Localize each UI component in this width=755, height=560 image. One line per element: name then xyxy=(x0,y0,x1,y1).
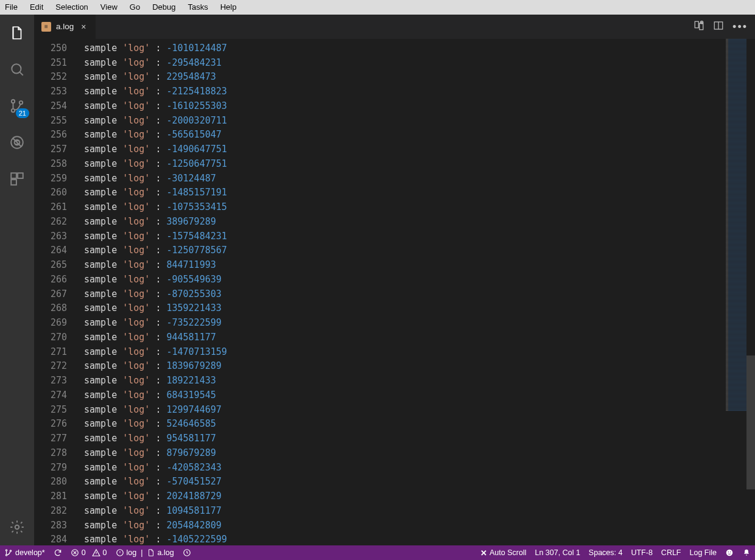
text-editor[interactable]: 2502512522532542552562572582592602612622… xyxy=(34,39,755,545)
errors-count: 0 xyxy=(82,548,86,557)
svg-rect-11 xyxy=(700,23,703,30)
code-line: sample 'log' : -2000320711 xyxy=(72,114,755,128)
svg-point-16 xyxy=(10,550,11,551)
code-line: sample 'log' : -420582343 xyxy=(72,461,755,475)
menu-file[interactable]: File xyxy=(0,0,24,15)
status-feedback-icon[interactable] xyxy=(721,545,738,560)
svg-rect-6 xyxy=(11,173,16,178)
line-number: 259 xyxy=(34,172,67,186)
svg-point-14 xyxy=(5,550,7,551)
scrollbar-thumb[interactable] xyxy=(746,355,755,489)
svg-point-15 xyxy=(5,555,7,556)
status-bell-icon[interactable] xyxy=(738,545,755,560)
status-branch[interactable]: develop* xyxy=(0,545,49,560)
code-line: sample 'log' : -1470713159 xyxy=(72,345,755,360)
line-number: 254 xyxy=(34,99,67,114)
menu-view[interactable]: View xyxy=(94,0,124,15)
code-line: sample 'log' : 1359221433 xyxy=(72,301,755,316)
menu-go[interactable]: Go xyxy=(124,0,146,15)
line-number: 267 xyxy=(34,287,67,302)
minimap[interactable] xyxy=(728,39,746,411)
line-number: 269 xyxy=(34,316,67,331)
line-number: 257 xyxy=(34,142,67,157)
search-icon[interactable] xyxy=(0,57,34,82)
extensions-icon[interactable] xyxy=(0,167,34,191)
code-line: sample 'log' : 684319545 xyxy=(72,388,755,403)
code-line: sample 'log' : 389679289 xyxy=(72,215,755,229)
output-channel-label: log xyxy=(127,548,137,557)
scm-badge: 21 xyxy=(16,108,29,118)
status-bar: develop* 0 0 log | a.log ✕ Auto Scroll L xyxy=(0,545,755,560)
status-clock[interactable] xyxy=(178,545,195,560)
line-number: 283 xyxy=(34,519,67,533)
svg-rect-10 xyxy=(695,21,698,28)
encoding-label: UTF-8 xyxy=(631,548,652,557)
more-actions-icon[interactable]: ••• xyxy=(732,21,748,32)
line-number: 250 xyxy=(34,41,67,56)
vertical-scrollbar[interactable] xyxy=(746,39,755,545)
status-eol[interactable]: CRLF xyxy=(657,545,686,560)
line-number: 275 xyxy=(34,403,67,418)
compare-icon[interactable] xyxy=(694,20,704,33)
line-number: 252 xyxy=(34,70,67,85)
debug-icon[interactable] xyxy=(0,130,34,155)
svg-point-3 xyxy=(19,101,23,104)
line-number: 258 xyxy=(34,157,67,172)
code-line: sample 'log' : 189221433 xyxy=(72,374,755,388)
status-output-channel[interactable]: log xyxy=(111,545,141,560)
code-line: sample 'log' : -1250778567 xyxy=(72,243,755,258)
app-root: FileEditSelectionViewGoDebugTasksHelp 21 xyxy=(0,0,755,560)
code-line: sample 'log' : -30124487 xyxy=(72,172,755,186)
code-line: sample 'log' : -1575484231 xyxy=(72,229,755,244)
line-number: 277 xyxy=(34,432,67,446)
tabs-bar: ≡ a.log × ••• xyxy=(34,15,755,39)
eol-label: CRLF xyxy=(661,548,681,557)
code-line: sample 'log' : -1075353415 xyxy=(72,200,755,215)
svg-point-9 xyxy=(15,525,19,530)
code-line: sample 'log' : -735222599 xyxy=(72,316,755,331)
line-number: 261 xyxy=(34,200,67,215)
autoscroll-label: Auto Scroll xyxy=(490,548,526,557)
code-line: sample 'log' : -870255303 xyxy=(72,287,755,302)
split-editor-icon[interactable] xyxy=(713,20,724,33)
language-label: Log File xyxy=(690,548,717,557)
line-number: 266 xyxy=(34,273,67,287)
code-line: sample 'log' : 1094581177 xyxy=(72,504,755,519)
status-autoscroll[interactable]: ✕ Auto Scroll xyxy=(476,545,530,560)
menu-help[interactable]: Help xyxy=(214,0,243,15)
indent-label: Spaces: 4 xyxy=(589,548,623,557)
status-sync[interactable] xyxy=(49,545,66,560)
code-line: sample 'log' : 954581177 xyxy=(72,432,755,446)
line-number: 284 xyxy=(34,533,67,547)
status-cursor-pos[interactable]: Ln 307, Col 1 xyxy=(530,545,584,560)
source-control-icon[interactable]: 21 xyxy=(0,94,34,118)
menu-tasks[interactable]: Tasks xyxy=(181,0,214,15)
line-number: 273 xyxy=(34,374,67,388)
main-area: 21 ≡ a.log × xyxy=(0,15,755,545)
line-number: 262 xyxy=(34,215,67,229)
status-indent[interactable]: Spaces: 4 xyxy=(585,545,627,560)
explorer-icon[interactable] xyxy=(0,21,34,45)
status-encoding[interactable]: UTF-8 xyxy=(627,545,656,560)
menu-debug[interactable]: Debug xyxy=(146,0,181,15)
file-type-icon: ≡ xyxy=(41,22,51,32)
settings-gear-icon[interactable] xyxy=(0,515,34,539)
code-line: sample 'log' : -1485157191 xyxy=(72,186,755,200)
line-number: 278 xyxy=(34,446,67,461)
tab-a-log[interactable]: ≡ a.log × xyxy=(34,15,96,39)
line-number: 280 xyxy=(34,475,67,489)
line-number-gutter: 2502512522532542552562572582592602612622… xyxy=(34,39,72,545)
line-number: 253 xyxy=(34,85,67,99)
line-number: 270 xyxy=(34,331,67,345)
menu-selection[interactable]: Selection xyxy=(49,0,94,15)
svg-rect-8 xyxy=(11,180,16,185)
editor-actions: ••• xyxy=(686,15,755,39)
menu-edit[interactable]: Edit xyxy=(24,0,49,15)
code-line: sample 'log' : 1299744697 xyxy=(72,403,755,418)
code-content: sample 'log' : -1010124487sample 'log' :… xyxy=(72,39,755,545)
status-problems[interactable]: 0 0 xyxy=(66,545,111,560)
editor-group: ≡ a.log × ••• 25025125225325425525 xyxy=(34,15,755,545)
close-icon[interactable]: × xyxy=(79,22,88,32)
status-language[interactable]: Log File xyxy=(686,545,721,560)
status-output-file[interactable]: | a.log xyxy=(141,545,178,560)
